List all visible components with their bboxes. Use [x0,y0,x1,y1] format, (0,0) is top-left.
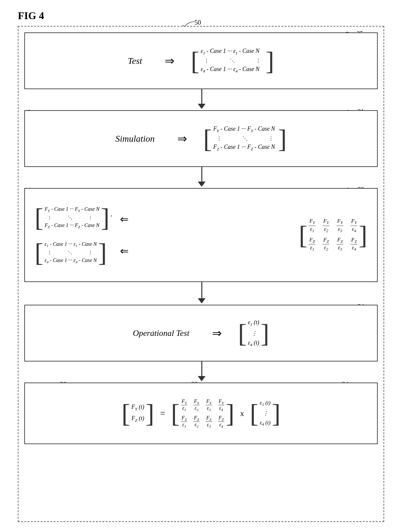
output-force-vector: [ FY (t) FZ (t) ] [122,400,154,426]
final-strain-vector: [ ε1 (t) ⋮ ε4 (t) ] [250,400,280,427]
test-label: Test [128,56,142,66]
arrow-down-1 [198,89,206,109]
block-final-equation: [ FY (t) FZ (t) ] = [ FY ε1 FY [24,383,378,444]
hollow-arrow-right-top: ⇐ [120,213,129,225]
hollow-arrow-right-bottom: ⇐ [120,245,129,257]
block-simulation: Simulation ⇒ [ FY - Case 1 ··· FY - Case… [24,110,378,167]
block-test: Test ⇒ [ ε1 - Case 1 ··· ε1 - Case N ⋮ ⋱… [24,32,378,89]
sensitivity-matrix: [ FY ε1 FY ε2 FY ε3 [299,218,367,252]
block-operational-test: Operational Test ⇒ [ ε1 (t) ⋮ ε4 (t) ] [24,305,378,361]
calc-fy-fz-matrix: [ FY - Case 1 ··· FY - Case N ⋮ ⋱ ⋮ FZ -… [35,205,110,231]
times-sign: x [240,409,244,418]
simulation-output-matrix: [ FY - Case 1 ··· FY - Case N ⋮ ⋱ ⋮ FZ -… [203,125,287,151]
simulation-label: Simulation [115,134,155,144]
block-matrix-calc: [ FY - Case 1 ··· FY - Case N ⋮ ⋱ ⋮ FZ -… [24,188,378,282]
arrow-test-to-matrix: ⇒ [165,54,174,68]
arrow-op-to-matrix: ⇒ [212,326,222,340]
arrow-down-2 [198,167,206,187]
arrow-down-4 [198,361,206,381]
arrow-sim-to-matrix: ⇒ [177,132,187,146]
op-test-output-vector: [ ε1 (t) ⋮ ε4 (t) ] [238,319,269,347]
arrow-down-3 [198,282,206,303]
final-sensitivity-matrix: [ FY ε1 FY ε2 FY ε3 FY [171,398,234,429]
calc-epsilon-matrix: [ ε1 - Case 1 ··· ε1 - Case N ⋮ ⋱ ⋮ ε4 -… [35,240,107,266]
figure-label: FIG 4 [18,10,44,22]
equals-sign: = [160,408,165,419]
test-output-matrix: [ ε1 - Case 1 ··· ε1 - Case N ⋮ ⋱ ⋮ ε4 -… [191,48,274,74]
operational-test-label: Operational Test [133,328,190,338]
